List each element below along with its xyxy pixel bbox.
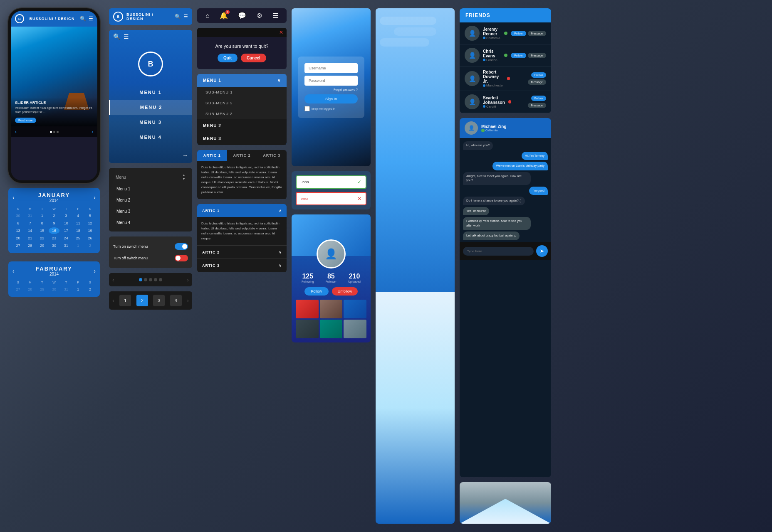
nav-home-item[interactable]: ⌂ (205, 12, 210, 20)
follow-button-jeremy[interactable]: Follow (511, 31, 526, 36)
cal-day-28[interactable]: 28 (25, 242, 36, 249)
cal-day-30[interactable]: 30 (12, 212, 24, 219)
chat-send-button[interactable]: ➤ (536, 245, 548, 257)
cal-day-6[interactable]: 6 (12, 220, 24, 227)
cal-day-14[interactable]: 14 (25, 227, 36, 234)
feb-cal-prev-button[interactable]: ‹ (12, 268, 15, 274)
switch-off-toggle[interactable] (175, 255, 188, 261)
gallery-item-4[interactable] (296, 320, 319, 338)
cal-day-12[interactable]: 12 (84, 220, 96, 227)
nav-bell-item[interactable]: 🔔 3 (220, 12, 228, 20)
pagination-dot-1[interactable] (139, 278, 142, 281)
nav-menu-item-1[interactable]: MENU 1 ∨ (197, 74, 287, 87)
message-button-robert[interactable]: Message (528, 79, 546, 85)
sidebar-list-icon[interactable]: ☰ (124, 33, 129, 40)
profile-unfollow-button[interactable]: Unfollow (332, 287, 358, 296)
dark-menu-item-2[interactable]: Menu 2 (112, 195, 189, 206)
cal-day-2[interactable]: 2 (49, 212, 60, 219)
forgot-password-link[interactable]: Forget password ? (304, 88, 358, 91)
feb-cal-next-button[interactable]: › (94, 268, 96, 274)
nav-gear-item[interactable]: ⚙ (257, 12, 262, 20)
profile-follow-button[interactable]: Follow (304, 287, 329, 296)
username-input[interactable] (304, 63, 358, 73)
cal-day-27[interactable]: 27 (12, 242, 24, 249)
cal-day-20[interactable]: 20 (12, 235, 24, 241)
sidebar-item-menu3[interactable]: MENU 3 (109, 115, 192, 130)
accordion-header-1[interactable]: ARTIC 1 ∧ (197, 204, 287, 217)
gallery-item-6[interactable] (344, 320, 366, 338)
menu-icon[interactable]: ☰ (89, 16, 93, 22)
gallery-item-1[interactable] (296, 300, 319, 318)
pagination-dot-4[interactable] (154, 278, 157, 281)
quit-button[interactable]: Quit (218, 54, 238, 62)
cal-day-25[interactable]: 25 (72, 235, 84, 241)
sidebar-item-menu4[interactable]: MENU 4 (109, 130, 192, 145)
sidebar-search-icon[interactable]: 🔍 (113, 33, 120, 40)
article-tab-2[interactable]: ARTIC 2 (227, 150, 257, 161)
dots-prev-button[interactable]: ‹ (112, 276, 114, 283)
cal-day-9[interactable]: 9 (49, 220, 60, 227)
cal-day-31b[interactable]: 31 (60, 242, 72, 249)
nav-menu-item[interactable]: ☰ (272, 12, 278, 20)
page-2-button[interactable]: 2 (136, 295, 148, 306)
article-tab-3[interactable]: ARTIC 3 (257, 150, 287, 161)
page-3-button[interactable]: 3 (153, 295, 165, 306)
accordion-header-3[interactable]: ARTIC 3 ∨ (197, 259, 287, 272)
message-button-scarlett[interactable]: Message (528, 103, 546, 108)
cal-prev-button[interactable]: ‹ (12, 194, 15, 201)
sidebar-item-menu1[interactable]: MENU 1 (109, 85, 192, 100)
feb-cal-day-2[interactable]: 2 (84, 286, 96, 293)
cal-day-31[interactable]: 31 (25, 212, 36, 219)
cal-day-1b[interactable]: 1 (72, 242, 84, 249)
page-4-button[interactable]: 4 (170, 295, 182, 306)
sidebar-arrow-icon[interactable]: → (182, 152, 188, 159)
sign-in-button[interactable]: Sign In (304, 94, 358, 103)
cal-day-16[interactable]: 16 (49, 227, 60, 234)
dark-menu-item-3[interactable]: Menu 3 (112, 206, 189, 217)
gallery-item-3[interactable] (344, 300, 366, 318)
feb-cal-day-1[interactable]: 1 (72, 286, 84, 293)
cal-day-24[interactable]: 24 (60, 235, 72, 241)
pagination-dot-2[interactable] (144, 278, 147, 281)
follow-button-robert[interactable]: Follow (531, 72, 546, 78)
message-button-chris[interactable]: Message (528, 53, 546, 58)
cal-day-2b[interactable]: 2 (84, 242, 96, 249)
feb-cal-day-27[interactable]: 27 (12, 286, 24, 293)
read-more-button[interactable]: Read more (15, 118, 36, 123)
prev-arrow-icon[interactable]: ‹ (15, 129, 17, 135)
cal-day-4[interactable]: 4 (72, 212, 84, 219)
cal-day-7[interactable]: 7 (25, 220, 36, 227)
topbar-menu-icon[interactable]: ☰ (183, 14, 188, 20)
cal-day-8[interactable]: 8 (37, 220, 48, 227)
submenu-item-2[interactable]: SUB-MENU 2 (197, 98, 287, 108)
cal-day-11[interactable]: 11 (72, 220, 84, 227)
cal-day-26[interactable]: 26 (84, 235, 96, 241)
cal-day-19[interactable]: 19 (84, 227, 96, 234)
password-input[interactable] (304, 76, 358, 86)
gallery-item-5[interactable] (320, 320, 343, 338)
dark-menu-item-1[interactable]: Menu 1 (112, 183, 189, 195)
chat-input-field[interactable] (463, 247, 534, 256)
accordion-header-2[interactable]: ARTIC 2 ∨ (197, 246, 287, 259)
sidebar-item-menu2[interactable]: MENU 2 (109, 100, 192, 115)
nav-menu-item-3[interactable]: MENU 3 (197, 132, 287, 145)
num-prev-button[interactable]: ‹ (112, 297, 114, 304)
cal-day-17[interactable]: 17 (60, 227, 72, 234)
keep-logged-checkbox[interactable] (304, 106, 310, 111)
cal-day-1[interactable]: 1 (37, 212, 48, 219)
search-icon[interactable]: 🔍 (80, 16, 86, 22)
dark-menu-item-4[interactable]: Menu 4 (112, 217, 189, 228)
num-next-button[interactable]: › (187, 297, 189, 304)
feb-cal-day-31[interactable]: 31 (60, 286, 72, 293)
switch-on-toggle[interactable] (175, 243, 188, 250)
article-tab-1[interactable]: ARTIC 1 (197, 150, 227, 161)
dots-next-button[interactable]: › (187, 276, 189, 283)
feb-cal-day-30[interactable]: 30 (49, 286, 60, 293)
submenu-item-1[interactable]: SUB-MENU 1 (197, 87, 287, 98)
pagination-dot-3[interactable] (149, 278, 152, 281)
cal-day-22[interactable]: 22 (37, 235, 48, 241)
feb-cal-day-29[interactable]: 29 (37, 286, 48, 293)
follow-button-scarlett[interactable]: Follow (531, 96, 546, 101)
cal-day-29[interactable]: 29 (37, 242, 48, 249)
topbar-search-icon[interactable]: 🔍 (175, 14, 181, 20)
